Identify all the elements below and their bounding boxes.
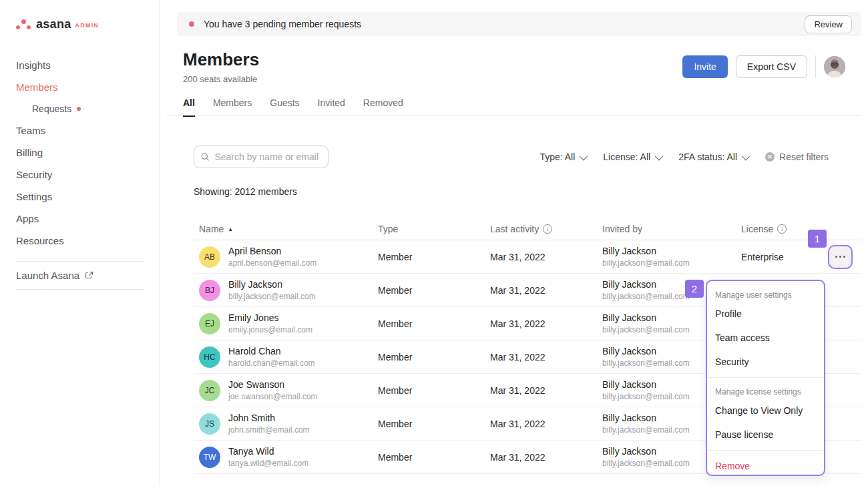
export-csv-button[interactable]: Export CSV xyxy=(736,55,807,78)
member-avatar: JC xyxy=(199,380,220,401)
row-context-menu: Manage user settings Profile Team access… xyxy=(706,280,825,476)
tab-members[interactable]: Members xyxy=(213,97,252,116)
sort-ascending-icon: ▲ xyxy=(228,226,233,232)
member-avatar: EJ xyxy=(199,313,220,334)
column-header-name[interactable]: Name▲ xyxy=(194,224,378,234)
admin-console-page: asana ADMIN Insights Members Requests Te… xyxy=(0,0,868,486)
member-email: emily.jones@email.com xyxy=(228,325,312,334)
filter-2fa-label: 2FA status: All xyxy=(678,152,737,162)
page-header: Members 200 seats available Invite Expor… xyxy=(183,49,845,84)
menu-item-remove[interactable]: Remove xyxy=(707,454,824,476)
row-menu-button[interactable] xyxy=(828,245,853,269)
member-name-cell: EJ Emily Jonesemily.jones@email.com xyxy=(194,312,378,334)
sidebar-item-label: Resources xyxy=(16,235,64,246)
member-tabs: All Members Guests Invited Removed xyxy=(183,97,868,116)
chevron-down-icon xyxy=(655,152,664,160)
sidebar-divider xyxy=(16,289,144,290)
filter-2fa-status[interactable]: 2FA status: All xyxy=(678,152,748,162)
user-avatar[interactable] xyxy=(824,56,845,77)
invited-by-cell: Billy Jacksonbilly.jackson@email.com xyxy=(602,246,741,268)
filter-license-label: License: All xyxy=(603,152,650,162)
reset-filters-button[interactable]: ✕Reset filters xyxy=(765,152,829,162)
filter-type[interactable]: Type: All xyxy=(539,152,586,162)
launch-asana-label: Launch Asana xyxy=(16,270,79,281)
sidebar-item-insights[interactable]: Insights xyxy=(0,54,160,76)
member-name: Emily Jones xyxy=(228,312,312,323)
brand-name: asana xyxy=(36,17,71,31)
search-icon xyxy=(201,152,209,162)
admin-label: ADMIN xyxy=(75,20,99,29)
sidebar-item-resources[interactable]: Resources xyxy=(0,230,160,252)
invite-button[interactable]: Invite xyxy=(682,55,727,78)
tab-guests[interactable]: Guests xyxy=(270,97,299,116)
clear-circle-icon: ✕ xyxy=(765,152,775,162)
launch-asana-link[interactable]: Launch Asana xyxy=(0,262,160,289)
member-name: John Smith xyxy=(228,413,310,423)
column-header-last-activity: Last activityi xyxy=(490,224,602,234)
tab-all[interactable]: All xyxy=(183,97,195,117)
member-name-cell: JC Joe Swansonjoe.swanson@email.com xyxy=(194,379,378,401)
sidebar-item-label: Teams xyxy=(16,125,45,136)
tab-invited[interactable]: Invited xyxy=(318,97,345,116)
sidebar-item-label: Security xyxy=(16,169,52,180)
sidebar-item-settings[interactable]: Settings xyxy=(0,186,160,208)
sidebar-item-label: Settings xyxy=(16,191,52,202)
column-label: Last activity xyxy=(490,224,539,234)
menu-item-profile[interactable]: Profile xyxy=(707,302,824,326)
sidebar-item-members[interactable]: Members xyxy=(0,76,160,98)
filter-license[interactable]: License: All xyxy=(603,152,661,162)
menu-item-team-access[interactable]: Team access xyxy=(707,326,824,350)
sidebar-item-teams[interactable]: Teams xyxy=(0,119,160,142)
search-box xyxy=(194,146,329,168)
info-icon[interactable]: i xyxy=(543,224,552,234)
last-activity: Mar 31, 2022 xyxy=(490,385,602,396)
last-activity: Mar 31, 2022 xyxy=(490,285,602,296)
toolbar: Type: All License: All 2FA status: All ✕… xyxy=(194,146,829,168)
chevron-down-icon xyxy=(742,152,750,160)
member-name-cell: HC Harold Chanharold.chan@email.com xyxy=(194,346,378,368)
member-name-cell: BJ Billy Jacksonbilly.jackson@email.com xyxy=(194,279,378,301)
column-label: License xyxy=(741,224,773,234)
member-name: April Benson xyxy=(228,246,316,256)
pending-requests-dot-icon xyxy=(77,107,81,111)
sidebar: asana ADMIN Insights Members Requests Te… xyxy=(0,0,160,486)
results-summary: Showing: 2012 members xyxy=(194,186,868,197)
tab-removed[interactable]: Removed xyxy=(363,97,403,116)
page-title: Members xyxy=(183,49,259,70)
sidebar-item-label: Billing xyxy=(16,147,43,158)
member-name: Joe Swanson xyxy=(228,379,318,390)
table-header-row: Name▲ Type Last activityi Invited by Lic… xyxy=(194,218,861,240)
asana-logo: asana ADMIN xyxy=(16,17,160,31)
column-header-license: Licensei xyxy=(741,224,805,234)
member-email: john.smith@email.com xyxy=(228,425,310,435)
sidebar-item-billing[interactable]: Billing xyxy=(0,142,160,164)
filters: Type: All License: All 2FA status: All ✕… xyxy=(539,152,829,162)
info-icon[interactable]: i xyxy=(777,224,787,234)
last-activity: Mar 31, 2022 xyxy=(490,318,602,329)
member-type: Member xyxy=(378,318,490,329)
menu-item-change-to-view-only[interactable]: Change to View Only xyxy=(707,399,824,423)
member-name-cell: TW Tanya Wildtanya.wild@email.com xyxy=(194,446,378,468)
chevron-down-icon xyxy=(580,152,588,160)
sidebar-item-apps[interactable]: Apps xyxy=(0,208,160,230)
menu-item-pause-license[interactable]: Pause license xyxy=(707,423,824,447)
member-avatar: TW xyxy=(199,447,220,468)
member-email: joe.swanson@email.com xyxy=(228,392,318,401)
row-actions xyxy=(805,245,861,269)
last-activity: Mar 31, 2022 xyxy=(490,452,602,463)
member-type: Member xyxy=(378,252,490,262)
menu-section-header-license: Manage license settings xyxy=(707,381,824,399)
sidebar-item-requests[interactable]: Requests xyxy=(0,98,160,119)
sidebar-item-security[interactable]: Security xyxy=(0,164,160,186)
review-button[interactable]: Review xyxy=(805,15,852,33)
column-label: Name xyxy=(199,224,224,234)
ellipsis-icon xyxy=(843,256,845,258)
search-input[interactable] xyxy=(214,152,321,162)
member-email: tanya.wild@email.com xyxy=(228,459,308,468)
menu-item-security[interactable]: Security xyxy=(707,350,824,374)
last-activity: Mar 31, 2022 xyxy=(490,252,602,262)
last-activity: Mar 31, 2022 xyxy=(490,352,602,362)
invited-by-email: billy.jackson@email.com xyxy=(602,258,741,268)
banner-message: You have 3 pending member requests xyxy=(204,19,805,29)
sidebar-item-label: Apps xyxy=(16,213,39,224)
